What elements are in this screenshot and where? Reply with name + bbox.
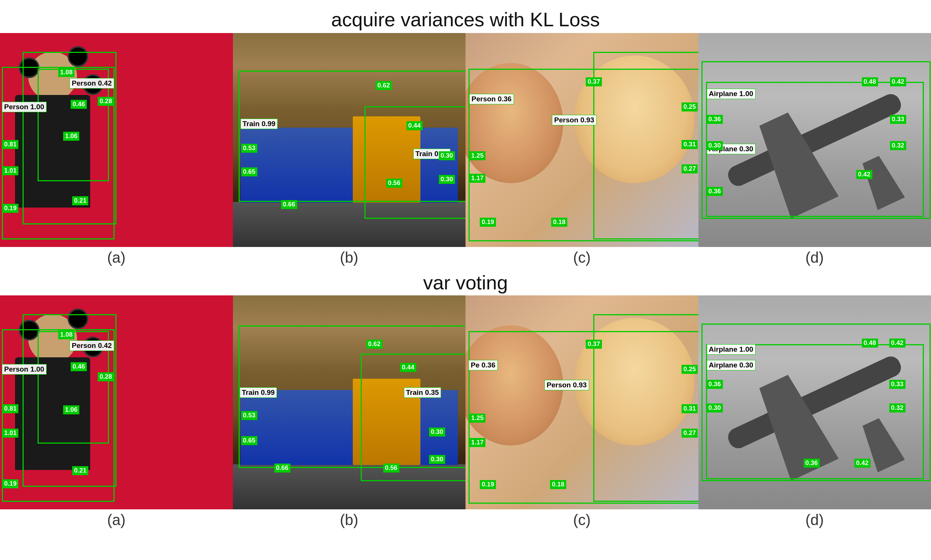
cell-top-c: Person 0.36 Person 0.93 0.37 0.25 0.31 1… [465, 33, 698, 247]
bottom-captions: (a) (b) (c) (d) [0, 509, 931, 528]
val-042c: 0.42 [889, 338, 905, 348]
label-person-100: Person 1.00 [2, 102, 46, 112]
cell-bot-b: Train 0.99 Train 0.35 0.62 0.44 0.53 0.3… [233, 295, 466, 509]
cell-top-d: Airplane 1.00 Airplane 0.30 0.48 0.42 0.… [698, 33, 931, 247]
caption-c-bot: (c) [465, 512, 698, 528]
caption-d-top: (d) [698, 249, 931, 266]
section-title: var voting [0, 268, 931, 295]
val-032: 0.32 [890, 141, 906, 150]
val-053: 0.53 [241, 144, 257, 153]
val-032b: 0.32 [889, 403, 905, 412]
val-056b: 0.56 [383, 463, 399, 472]
val-019c: 0.19 [480, 480, 496, 489]
val-125b: 1.25 [469, 414, 485, 423]
val-101b: 1.01 [2, 429, 19, 438]
val-036b: 0.36 [707, 187, 723, 196]
label-train-035b: Train 0.35 [404, 387, 442, 398]
val-046b: 0.46 [71, 362, 87, 371]
val-019b2: 0.19 [2, 479, 19, 488]
caption-c-top: (c) [465, 249, 698, 266]
val-106: 1.06 [63, 132, 79, 141]
caption-d-bot: (d) [698, 512, 931, 528]
val-036c: 0.36 [707, 380, 723, 389]
val-030bb: 0.30 [429, 455, 445, 464]
val-019: 0.19 [2, 204, 19, 213]
val-117b: 1.17 [469, 438, 485, 447]
caption-a-bot: (a) [0, 512, 233, 528]
val-025b: 0.25 [681, 365, 698, 374]
cell-bot-a: Person 1.00 Person 0.42 1.08 0.46 0.28 1… [0, 295, 233, 509]
val-018: 0.18 [551, 218, 567, 227]
val-030d: 0.30 [707, 403, 723, 412]
label-person-042-bot: Person 0.42 [69, 340, 114, 351]
label-person-100-bot: Person 1.00 [2, 364, 46, 375]
val-031: 0.31 [681, 140, 698, 149]
val-056: 0.56 [386, 178, 402, 188]
val-033: 0.33 [890, 115, 906, 124]
label-person-036: Person 0.36 [469, 94, 514, 105]
cell-bot-c: Pe 0.36 Person 0.93 0.37 0.25 0.31 1.25 … [465, 295, 698, 509]
bottom-row: Person 1.00 Person 0.42 1.08 0.46 0.28 1… [0, 295, 931, 509]
val-033b: 0.33 [889, 380, 905, 389]
val-030ab: 0.30 [429, 428, 445, 437]
val-021: 0.21 [72, 196, 88, 205]
label-airplane-030b: Airplane 0.30 [707, 360, 755, 371]
top-captions: (a) (b) (c) (d) [0, 247, 931, 268]
val-065b: 0.65 [241, 436, 257, 445]
label-person-042: Person 0.42 [69, 78, 114, 89]
val-053b: 0.53 [241, 411, 257, 420]
val-062: 0.62 [376, 81, 392, 90]
val-025: 0.25 [681, 103, 698, 111]
det-box-train2b [361, 354, 466, 481]
val-030a: 0.30 [439, 151, 455, 160]
val-036d: 0.36 [804, 458, 820, 468]
caption-b-bot: (b) [233, 512, 466, 528]
label-person-093b: Person 0.93 [544, 380, 589, 390]
val-081b: 0.81 [2, 404, 19, 413]
val-117: 1.17 [469, 174, 485, 183]
val-030c: 0.30 [707, 141, 723, 150]
label-train-099: Train 0.99 [241, 118, 278, 129]
val-018b: 0.18 [550, 480, 566, 489]
val-081: 0.81 [2, 140, 19, 149]
label-person-036b: Pe 0.36 [468, 360, 498, 371]
main-title: acquire variances with KL Loss [0, 0, 931, 33]
val-019b: 0.19 [480, 218, 496, 227]
val-108b: 1.08 [58, 330, 74, 339]
val-125: 1.25 [469, 151, 485, 160]
val-108: 1.08 [58, 68, 74, 77]
label-airplane-100b: Airplane 1.00 [707, 344, 755, 355]
val-042a: 0.42 [890, 77, 906, 86]
label-airplane-100: Airplane 1.00 [707, 89, 755, 99]
val-028b: 0.28 [98, 372, 114, 382]
val-044b: 0.44 [400, 363, 416, 372]
val-027b: 0.27 [681, 429, 698, 438]
val-030b: 0.30 [439, 175, 455, 184]
val-042b: 0.42 [856, 170, 872, 179]
top-row: Person 1.00 Person 0.42 1.08 0.46 0.28 1… [0, 33, 931, 247]
cell-bot-d: Airplane 1.00 Airplane 0.30 0.48 0.42 0.… [698, 295, 931, 509]
val-036a: 0.36 [707, 115, 723, 124]
val-042d: 0.42 [854, 458, 871, 468]
val-046: 0.46 [71, 100, 87, 109]
val-062b: 0.62 [366, 340, 383, 349]
val-066: 0.66 [281, 200, 297, 209]
val-037b: 0.37 [586, 340, 602, 349]
val-065: 0.65 [241, 168, 257, 176]
val-106b: 1.06 [63, 405, 79, 414]
val-044: 0.44 [406, 121, 423, 130]
val-027: 0.27 [681, 165, 698, 174]
val-048: 0.48 [862, 77, 878, 86]
val-037: 0.37 [586, 77, 602, 86]
caption-a-top: (a) [0, 249, 233, 266]
cell-top-b: Train 0.99 Train 0.35 0.62 0.44 0.53 0.3… [233, 33, 466, 247]
val-048b: 0.48 [862, 338, 878, 348]
val-021b: 0.21 [72, 466, 88, 475]
val-066b: 0.66 [274, 463, 290, 472]
val-028: 0.28 [98, 97, 114, 106]
val-101: 1.01 [2, 166, 19, 175]
caption-b-top: (b) [233, 249, 466, 266]
val-031b: 0.31 [681, 404, 698, 413]
cell-top-a: Person 1.00 Person 0.42 1.08 0.46 0.28 1… [0, 33, 233, 247]
label-train-099b: Train 0.99 [240, 387, 277, 398]
